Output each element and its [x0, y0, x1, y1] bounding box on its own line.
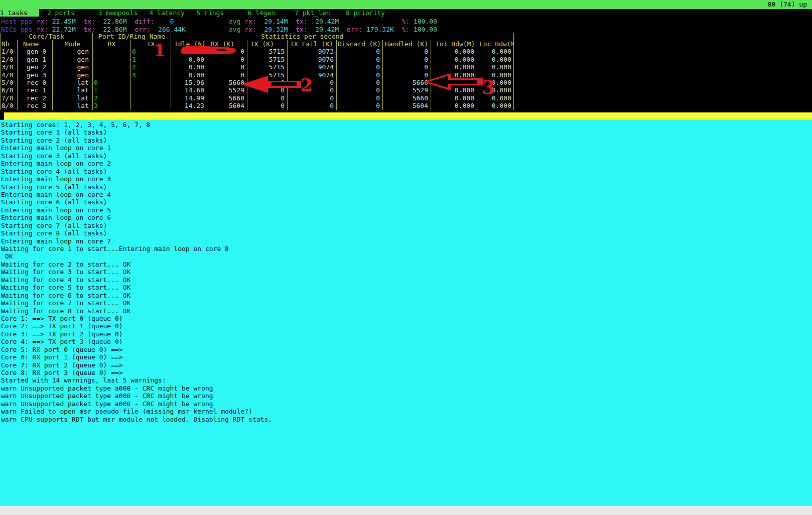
- cell-tot-bdw-m: 0.000: [431, 71, 477, 79]
- tab-ports[interactable]: 2 ports: [47, 9, 75, 17]
- cell-tx-fail-k: 0: [288, 102, 337, 109]
- cell-handled-k: 0: [383, 56, 431, 63]
- cell-rx-port: [93, 71, 131, 79]
- cell-tx-port: [131, 86, 171, 94]
- column-header: Name: [18, 40, 53, 48]
- cell-rx-port: [93, 48, 131, 55]
- cell-idle-pct: 0.00: [171, 56, 207, 63]
- console-line: Waiting for core 3 to start... OK: [1, 268, 812, 276]
- console-line: Waiting for core 1 to start...Entering m…: [1, 245, 812, 252]
- console-line: Core 4: ==> TX port 3 (queue 0): [1, 338, 812, 345]
- cell-handled-k: 0: [383, 48, 431, 55]
- console-line: Starting core 5 (all tasks): [1, 183, 812, 191]
- console-line: Waiting for core 8 to start... OK: [1, 307, 812, 315]
- cell-tx-port: [131, 94, 171, 102]
- cell-loc-bdw-m: 0.000: [477, 56, 514, 63]
- cell-discard-k: 0: [337, 56, 383, 63]
- console-line: Starting core 1 (all tasks): [1, 128, 812, 136]
- cell-tx-k: 0: [247, 102, 288, 109]
- cell-tx-k: 5715: [247, 63, 288, 71]
- console-line: Waiting for core 6 to start... OK: [1, 292, 812, 299]
- cell-rx-k: 0: [207, 71, 247, 79]
- cell-tx-fail-k: 0: [288, 94, 337, 102]
- cell-loc-bdw-m: 0.000: [477, 48, 514, 55]
- tab-tasks[interactable]: 1 tasks: [0, 9, 39, 17]
- cell-tx-fail-k: 9074: [288, 71, 337, 79]
- console-line: Starting core 2 (all tasks): [1, 137, 812, 144]
- console-line: Waiting for core 7 to start... OK: [1, 299, 812, 307]
- console-line: Core 8: RX port 3 (queue 0) ==>: [1, 369, 812, 376]
- cell-tx-port: 1: [131, 56, 171, 63]
- column-header: Tot Bdw(M): [431, 40, 477, 48]
- cell-tx-fail-k: 9074: [288, 63, 337, 71]
- console-line: Entering main loop on core 5: [1, 206, 812, 214]
- column-header: Discard (K): [337, 40, 383, 48]
- cell-idle-pct: 14.60: [171, 86, 207, 94]
- terminal-size-indicator: 80 (74) up: [768, 0, 807, 9]
- cell-name: gen 1: [18, 56, 53, 63]
- cell-mode: lat: [53, 79, 93, 86]
- cell-rx-k: 0: [207, 63, 247, 71]
- cell-idle-pct: 0.00: [171, 63, 207, 71]
- column-header: Loc Bdw(M): [477, 40, 514, 48]
- tab-latency[interactable]: 4 latency: [149, 9, 184, 17]
- table-header-row: NbNameModeRXTXIdle (%)RX (K)TX (K)TX Fai…: [1, 40, 513, 48]
- cell-loc-bdw-m: 0.000: [477, 102, 514, 109]
- console-line: Core 2: ==> TX port 1 (queue 0): [1, 322, 812, 330]
- console-line: Entering main loop on core 6: [1, 214, 812, 221]
- cell-tot-bdw-m: 0.000: [431, 56, 477, 63]
- cell-tx-port: [131, 79, 171, 86]
- cell-loc-bdw-m: 0.000: [477, 94, 514, 102]
- tab-l4gen[interactable]: 6 l4gen: [247, 9, 275, 17]
- cell-tx-k: 5715: [247, 56, 288, 63]
- cell-discard-k: 0: [337, 86, 383, 94]
- console-line: warn Unsupported packet type a008 - CRC …: [1, 384, 812, 392]
- console-line: Starting core 4 (all tasks): [1, 168, 812, 175]
- cell-name: gen 2: [18, 63, 53, 71]
- cell-mode: lat: [53, 102, 93, 109]
- separator-bar: [4, 112, 812, 120]
- cell-rx-k: 5529: [207, 86, 247, 94]
- tab-pkt_len[interactable]: 7 pkt_len: [295, 9, 330, 17]
- cell-rx-k: 5604: [207, 102, 247, 109]
- cell-tx-k: 5715: [247, 71, 288, 79]
- cell-discard-k: 0: [337, 48, 383, 55]
- table-group-header-row: Core/TaskPort ID/Ring NameStatistics per…: [1, 33, 513, 40]
- cell-loc-bdw-m: 0.000: [477, 71, 514, 79]
- cell-tot-bdw-m: 0.000: [431, 94, 477, 102]
- title-bar: prox v0.39: Basic Gen x4 80 (74) up: [0, 0, 812, 9]
- cell-name: gen 3: [18, 71, 53, 79]
- column-header: TX (K): [247, 40, 288, 48]
- cell-tx-fail-k: 9076: [288, 56, 337, 63]
- cell-name: rec 0: [18, 79, 53, 86]
- cell-loc-bdw-m: 0.000: [477, 63, 514, 71]
- column-header: TX Fail (K): [288, 40, 337, 48]
- cell-tx-port: 2: [131, 63, 171, 71]
- cell-mode: gen: [53, 56, 93, 63]
- tab-rings[interactable]: 5 rings: [196, 9, 224, 17]
- column-header: Handled (K): [383, 40, 431, 48]
- console-line: Entering main loop on core 4: [1, 191, 812, 198]
- cell-nb: 3/0: [1, 63, 18, 71]
- cell-tx-port: [131, 102, 171, 109]
- console-line: warn Failed to open msr pseudo-file (mis…: [1, 408, 812, 415]
- tab-mempools[interactable]: 3 mempools: [98, 9, 138, 17]
- cell-rx-port: [93, 56, 131, 63]
- cell-handled-k: 5604: [383, 102, 431, 109]
- cell-discard-k: 0: [337, 79, 383, 86]
- cell-tx-k: 0: [247, 94, 288, 102]
- table-row: 2/0gen 1gen10.00057159076000.0000.000: [1, 56, 513, 63]
- console-line: Starting cores: 1, 2, 3, 4, 5, 6, 7, 8: [1, 121, 812, 128]
- tab-priority[interactable]: 8 priority: [346, 9, 385, 17]
- console-line: Starting core 6 (all tasks): [1, 198, 812, 206]
- cell-mode: gen: [53, 48, 93, 55]
- cell-rx-port: 3: [93, 102, 131, 109]
- cell-handled-k: 5660: [383, 79, 431, 86]
- cell-tx-fail-k: 0: [288, 79, 337, 86]
- console-line: OK: [1, 252, 812, 260]
- cell-rx-k: 5660: [207, 94, 247, 102]
- console-line: Started with 14 warnings, last 5 warning…: [1, 376, 812, 384]
- console-line: warn CPU supports RDT but msr module not…: [1, 416, 812, 423]
- console-line: Core 6: RX port 1 (queue 0) ==>: [1, 353, 812, 361]
- console-line: Core 5: RX port 0 (queue 0) ==>: [1, 346, 812, 353]
